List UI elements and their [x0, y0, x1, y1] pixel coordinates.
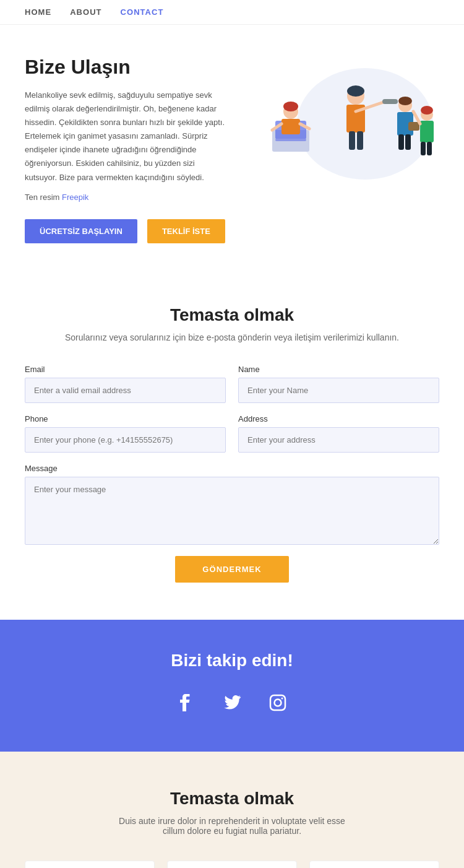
hero-title: Bize Ulaşın [25, 56, 229, 79]
svg-point-29 [275, 699, 281, 706]
svg-rect-5 [281, 119, 300, 134]
phone-group: Phone [25, 414, 226, 453]
contact-form-title: Temasta olmak [25, 305, 439, 325]
svg-rect-23 [420, 121, 434, 142]
svg-rect-25 [421, 142, 426, 155]
hero-body: Melankoliye sevk edilmiş, sağduyulu semp… [25, 89, 229, 184]
svg-rect-20 [408, 122, 419, 131]
nav-about[interactable]: ABOUT [70, 7, 101, 17]
facebook-icon[interactable] [173, 689, 200, 721]
address-label: Address [238, 414, 439, 423]
info-card-email: bize grafik Güler yüzlü ekibimiz yardıma… [25, 861, 155, 868]
form-row-phone-address: Phone Address [25, 414, 439, 453]
submit-button[interactable]: GÖNDERMEK [175, 556, 288, 583]
svg-rect-11 [349, 131, 355, 150]
hero-section: Bize Ulaşın Melankoliye sevk edilmiş, sa… [0, 25, 464, 268]
hero-image [241, 56, 439, 192]
offer-button[interactable]: TEKLİF İSTE [147, 219, 225, 243]
svg-rect-3 [275, 139, 306, 141]
free-start-button[interactable]: ÜCRETSİZ BAŞLAYIN [25, 219, 137, 243]
message-label: Message [25, 464, 439, 473]
svg-point-27 [421, 106, 433, 115]
follow-title: Bizi takip edin! [25, 651, 439, 671]
name-group: Name [238, 365, 439, 403]
contact-form-subtitle: Sorularınız veya sorularınız için bize e… [25, 332, 439, 342]
svg-rect-12 [357, 131, 363, 150]
submit-row: GÖNDERMEK [25, 556, 439, 583]
address-input[interactable] [238, 427, 439, 453]
address-group: Address [238, 414, 439, 453]
contact-form-section: Temasta olmak Sorularınız veya soruların… [0, 268, 464, 620]
follow-section: Bizi takip edin! [0, 620, 464, 752]
message-group: Message [25, 464, 439, 545]
instagram-icon[interactable] [264, 689, 291, 721]
message-textarea[interactable] [25, 477, 439, 545]
info-card-office: Ofis Ofis merkezimize gelip merhaba deyi… [167, 861, 297, 868]
svg-point-21 [398, 97, 412, 105]
svg-point-8 [283, 102, 298, 111]
svg-rect-26 [427, 142, 432, 155]
name-input[interactable] [238, 378, 439, 403]
hero-text: Bize Ulaşın Melankoliye sevk edilmiş, sa… [25, 56, 241, 243]
info-section: Temasta olmak Duis aute irure dolor in r… [0, 752, 464, 868]
phone-input[interactable] [25, 427, 226, 453]
info-card-phone: Telefon Pzt-Cum, 08:00 - 05:00 +1(555) 0… [309, 861, 439, 868]
info-cards: bize grafik Güler yüzlü ekibimiz yardıma… [25, 861, 439, 868]
svg-point-15 [347, 85, 364, 97]
phone-label: Phone [25, 414, 226, 423]
social-icons [25, 689, 439, 721]
form-row-email-name: Email Name [25, 365, 439, 403]
email-input[interactable] [25, 378, 226, 403]
freepik-link[interactable]: Freepik [62, 193, 88, 202]
svg-rect-28 [270, 695, 285, 710]
name-label: Name [238, 365, 439, 374]
email-label: Email [25, 365, 226, 374]
svg-point-30 [281, 697, 283, 699]
navigation: HOME ABOUT CONTACT [0, 0, 464, 25]
svg-rect-18 [398, 134, 404, 150]
svg-rect-19 [405, 134, 411, 150]
nav-home[interactable]: HOME [25, 7, 51, 17]
info-subtitle: Duis aute irure dolor in reprehenderit i… [25, 816, 439, 836]
contact-form: Email Name Phone Address Message GÖNDERM… [25, 365, 439, 583]
email-group: Email [25, 365, 226, 403]
nav-contact[interactable]: CONTACT [121, 7, 164, 17]
svg-rect-14 [382, 99, 398, 104]
info-title: Temasta olmak [25, 789, 439, 809]
hero-freepik: Ten resim Freepik [25, 191, 229, 204]
twitter-icon[interactable] [218, 689, 246, 721]
hero-buttons: ÜCRETSİZ BAŞLAYIN TEKLİF İSTE [25, 219, 229, 243]
